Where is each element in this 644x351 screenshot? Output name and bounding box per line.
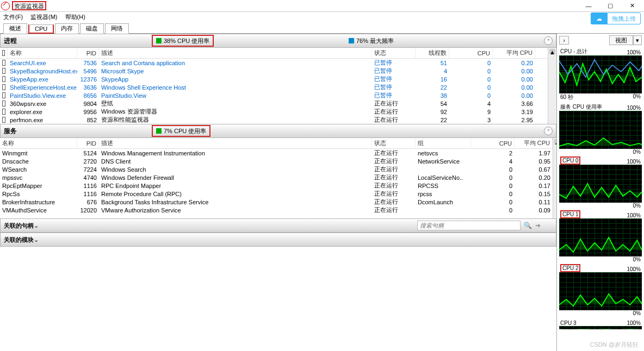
row-checkbox[interactable] — [2, 117, 5, 123]
table-row[interactable]: Dnscache 2720 DNS Client 正在运行 NetworkSer… — [0, 157, 553, 165]
app-icon — [1, 2, 10, 10]
row-checkbox[interactable] — [2, 60, 5, 66]
cell-group: NetworkService — [416, 157, 471, 165]
search-handles-input[interactable] — [417, 221, 521, 230]
view-button[interactable]: 视图 — [609, 35, 633, 45]
col-status[interactable]: 状态 — [372, 138, 416, 148]
table-row[interactable]: ShellExperienceHost.exe 3636 Windows She… — [0, 83, 548, 91]
cell-name: Dnscache — [0, 157, 77, 165]
graph-5: CPU 3 100% — [559, 318, 642, 329]
cell-status: 已暂停 — [372, 91, 416, 99]
tab-cpu[interactable]: CPU — [28, 24, 54, 34]
close-button[interactable]: ✕ — [621, 1, 643, 11]
select-all-checkbox[interactable] — [2, 50, 5, 56]
cell-group: RPCSS — [416, 181, 471, 190]
cell-group: DcomLaunch — [416, 198, 471, 206]
tab-network[interactable]: 网络 — [105, 23, 129, 34]
window-controls: — ▢ ✕ — [578, 1, 643, 11]
table-row[interactable]: RpcSs 1116 Remote Procedure Call (RPC) 正… — [0, 190, 553, 198]
table-row[interactable]: SkypeBackgroundHost.exe 5496 Microsoft S… — [0, 67, 548, 75]
view-dropdown-icon[interactable]: ▾ — [633, 35, 642, 45]
modules-header[interactable]: 关联的模块 ⌄ — [0, 233, 556, 247]
col-name[interactable]: 名称 — [8, 48, 77, 58]
cell-desc: Windows Defender Firewall — [99, 173, 372, 181]
row-checkbox[interactable] — [2, 101, 5, 106]
process-scrollbar[interactable]: ▲ — [548, 48, 556, 124]
col-threads[interactable]: 线程数 — [416, 48, 449, 58]
table-row[interactable]: BrokerInfrastructure 676 Background Task… — [0, 198, 553, 206]
row-checkbox[interactable] — [2, 109, 5, 115]
col-desc[interactable]: 描述 — [99, 48, 372, 58]
cell-desc: VMware Authorization Service — [99, 206, 372, 214]
table-row[interactable]: 360wpsrv.exe 9804 壁纸 正在运行 54 4 3.66 — [0, 99, 548, 108]
collapse-panel-button[interactable]: › — [559, 36, 569, 45]
services-header[interactable]: 服务 7% CPU 使用率 ⌃ — [0, 124, 556, 138]
cell-cpu: 0 — [471, 165, 515, 173]
watermark: CSDN @岁月轻狂 — [590, 341, 639, 349]
cell-name: ShellExperienceHost.exe — [8, 83, 77, 91]
col-avgcpu[interactable]: 平均 CPU — [515, 138, 553, 148]
table-row[interactable]: Winmgmt 5124 Windows Management Instrume… — [0, 149, 553, 157]
menu-monitor[interactable]: 监视器(M) — [30, 13, 58, 21]
cell-pid: 676 — [77, 198, 99, 206]
cell-desc: Search and Cortana application — [99, 59, 372, 67]
cell-cpu: 9 — [449, 108, 493, 116]
table-row[interactable]: explorer.exe 9956 Windows 资源管理器 正在运行 92 … — [0, 108, 548, 116]
cell-cpu: 0 — [471, 198, 515, 206]
col-cpu[interactable]: CPU — [471, 138, 515, 148]
table-row[interactable]: SearchUI.exe 7536 Search and Cortana app… — [0, 59, 548, 67]
cell-desc: Background Tasks Infrastructure Service — [99, 198, 372, 206]
col-pid[interactable]: PID — [77, 48, 99, 58]
table-row[interactable]: SkypeApp.exe 12376 SkypeApp 已暂停 16 0 0.0… — [0, 75, 548, 83]
graph-2: CPU 0 100% 0% — [559, 157, 642, 209]
table-row[interactable]: WSearch 7224 Windows Search 正在运行 0 0.67 — [0, 165, 553, 173]
table-row[interactable]: RpcEptMapper 1116 RPC Endpoint Mapper 正在… — [0, 181, 553, 190]
tab-disk[interactable]: 磁盘 — [80, 23, 104, 34]
expand-button[interactable]: ⌄ — [34, 222, 39, 229]
cell-threads: 16 — [416, 75, 449, 83]
cell-status: 正在运行 — [372, 149, 416, 157]
search-icon[interactable]: 🔍 — [524, 222, 532, 229]
menu-file[interactable]: 文件(F) — [3, 13, 23, 21]
cell-group: netsvcs — [416, 149, 471, 157]
services-table-header: 名称 PID 描述 状态 组 CPU 平均 CPU — [0, 138, 553, 149]
cell-pid: 9804 — [77, 99, 99, 108]
col-status[interactable]: 状态 — [372, 48, 416, 58]
row-checkbox[interactable] — [2, 76, 5, 82]
cell-desc: Windows 资源管理器 — [99, 108, 372, 116]
col-pid[interactable]: PID — [77, 138, 99, 148]
table-row[interactable]: perfmon.exe 852 资源和性能监视器 正在运行 22 3 2.95 — [0, 116, 548, 124]
table-row[interactable]: VMAuthdService 12020 VMware Authorizatio… — [0, 206, 553, 214]
tab-memory[interactable]: 内存 — [55, 23, 79, 34]
cell-cpu: 4 — [471, 157, 515, 165]
col-name[interactable]: 名称 — [0, 138, 77, 148]
graph-max: 100% — [627, 320, 641, 326]
tab-overview[interactable]: 概述 — [3, 23, 27, 34]
row-checkbox[interactable] — [2, 92, 5, 98]
processes-header[interactable]: 进程 38% CPU 使用率 76% 最大频率 ⌃ — [0, 34, 556, 48]
maximize-button[interactable]: ▢ — [599, 1, 621, 11]
row-checkbox[interactable] — [2, 84, 5, 90]
cell-name: VMAuthdService — [0, 206, 77, 214]
cell-cpu: 0 — [449, 67, 493, 75]
search-go-icon[interactable]: ➜ — [535, 222, 541, 229]
cell-status: 正在运行 — [372, 99, 416, 108]
menu-help[interactable]: 帮助(H) — [65, 13, 85, 21]
handles-header[interactable]: 关联的句柄 🔍 ➜ ⌄ — [0, 218, 556, 233]
services-scrollbar[interactable]: ▲ — [553, 138, 556, 218]
col-avgcpu[interactable]: 平均 CPU — [493, 48, 535, 58]
expand-button[interactable]: ⌄ — [34, 236, 39, 243]
collapse-button[interactable]: ⌃ — [544, 127, 553, 135]
cell-threads: 92 — [416, 108, 449, 116]
minimize-button[interactable]: — — [578, 1, 599, 11]
col-group[interactable]: 组 — [416, 138, 471, 148]
row-checkbox[interactable] — [2, 68, 5, 74]
collapse-button[interactable]: ⌃ — [544, 36, 553, 45]
col-cpu[interactable]: CPU — [449, 48, 493, 58]
cell-desc: Windows Shell Experience Host — [99, 83, 372, 91]
cell-pid: 5124 — [77, 149, 99, 157]
col-desc[interactable]: 描述 — [99, 138, 372, 148]
table-row[interactable]: mpssvc 4740 Windows Defender Firewall 正在… — [0, 173, 553, 181]
cell-threads: 51 — [416, 59, 449, 67]
table-row[interactable]: PaintStudio.View.exe 8656 PaintStudio.Vi… — [0, 91, 548, 99]
